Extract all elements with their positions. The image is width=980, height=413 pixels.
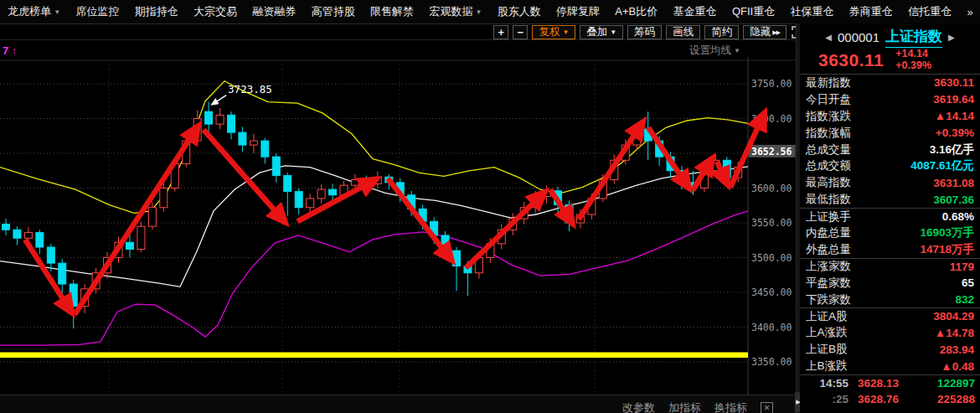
stat-value: 16903万手	[920, 225, 974, 240]
menu-item-停牌复牌[interactable]: 停牌复牌	[556, 4, 600, 19]
trend-arrow-annotation	[648, 127, 689, 188]
y-axis-tick-label: 3550.00	[751, 217, 792, 229]
candle-body	[3, 225, 10, 230]
stat-label: 下跌家数	[806, 292, 851, 307]
stat-value: 65	[962, 276, 974, 289]
stat-row-最低指数: 最低指数3607.36	[800, 191, 980, 208]
candle-body	[307, 199, 314, 208]
y-axis-tick-label: 3450.00	[751, 287, 792, 298]
menu-item-A+B比价[interactable]: A+B比价	[615, 4, 658, 19]
y-axis-tick-label: 3600.00	[751, 183, 792, 194]
candle-body	[13, 230, 21, 238]
candle-body	[284, 176, 291, 192]
price-change-percent: +0.39%	[895, 60, 931, 72]
stock-name-link[interactable]: 上证指数	[885, 27, 942, 48]
stat-value: 3631.08	[933, 177, 974, 189]
stat-label: 总成交额	[806, 158, 851, 173]
candle-body	[205, 111, 213, 124]
stat-value: 3619.64	[933, 93, 974, 106]
toolbar-button-简约[interactable]: 简约	[704, 25, 739, 39]
menu-item-限售解禁[interactable]: 限售解禁	[370, 4, 414, 19]
stat-value: 3630.11	[934, 76, 974, 89]
stat-value: 3804.29	[933, 310, 974, 323]
kline-chart-canvas[interactable]: 3750.003700.003650.003600.003550.003500.…	[0, 40, 796, 413]
tick-row: :253628.76225288	[800, 391, 980, 407]
menu-item-QFII重仓[interactable]: QFII重仓	[732, 4, 775, 19]
stat-row-指数涨幅: 指数涨幅+0.39%	[800, 125, 980, 142]
tick-volume: 122897	[908, 377, 975, 390]
menu-item-大宗交易[interactable]: 大宗交易	[193, 4, 237, 19]
zoom-in-button[interactable]: +	[493, 25, 508, 39]
stat-label: 指数涨跌	[806, 109, 851, 124]
menu-more-button[interactable]: »	[967, 6, 972, 18]
menu-item-券商重仓[interactable]: 券商重仓	[849, 4, 893, 19]
candle-body	[70, 284, 77, 307]
stat-value: 0.68%	[942, 210, 974, 223]
stat-label: 上涨家数	[806, 259, 851, 274]
stat-value: 283.94	[940, 343, 974, 356]
stat-label: 今日开盘	[806, 92, 851, 107]
menu-item-期指持仓[interactable]: 期指持仓	[135, 4, 178, 19]
menu-item-社保重仓[interactable]: 社保重仓	[790, 4, 833, 19]
zoom-out-button[interactable]: −	[513, 25, 528, 39]
stock-app-window: 龙虎榜单▼席位监控期指持仓大宗交易融资融券高管持股限售解禁宏观数据▼股东人数停牌…	[0, 0, 980, 413]
candle-body	[160, 188, 168, 208]
stat-row-最高指数: 最高指数3631.08	[800, 174, 980, 191]
stat-row-内盘总量: 内盘总量16903万手	[800, 225, 980, 241]
toolbar-button-复权[interactable]: 复权▼	[532, 25, 575, 39]
y-axis-tick-label: 3750.00	[751, 78, 792, 90]
drawn-support-line[interactable]	[0, 353, 748, 359]
menu-item-股东人数[interactable]: 股东人数	[498, 4, 541, 19]
y-axis-tick-label: 3350.00	[751, 356, 792, 368]
toolbar-button-画线[interactable]: 画线	[666, 25, 700, 39]
tick-time: :25	[805, 393, 848, 405]
stat-row-上证A股: 上证A股3804.29	[800, 307, 980, 324]
toolbar-button-隐藏[interactable]: 隐藏▶▶	[743, 25, 787, 39]
stat-row-最新指数: 最新指数3630.11	[800, 75, 980, 91]
menu-item-席位监控[interactable]: 席位监控	[75, 4, 119, 19]
switch-indicator-button[interactable]: 换指标	[714, 400, 747, 413]
kline-chart-area[interactable]: 7 ↑ 设置均线▼ 3750.003700.003650.003600.0035…	[0, 40, 796, 413]
tick-price: 3628.13	[848, 377, 908, 390]
prev-stock-button[interactable]: ◀	[825, 33, 832, 42]
y-axis-tick-label: 3400.00	[751, 322, 792, 333]
chevron-down-icon: ▼	[562, 28, 569, 36]
stock-info-panel: ◀ 000001 上证指数 ▶ 3630.11 +14.14 +0.39% 最新…	[800, 23, 980, 413]
stat-label: 上证A股	[806, 309, 848, 324]
peak-price-annotation: 3723.85	[228, 83, 272, 96]
stat-value: 4087.61亿元	[910, 158, 974, 173]
stat-value: +0.39%	[936, 126, 974, 139]
menu-item-宏观数据[interactable]: 宏观数据▼	[429, 4, 482, 19]
stat-row-上A涨跌: 上A涨跌▲14.78	[800, 324, 980, 341]
stat-label: 内盘总量	[806, 225, 851, 240]
chevron-down-icon: ▼	[475, 8, 482, 16]
close-icon[interactable]: ✕	[761, 402, 773, 413]
candle-body	[272, 157, 280, 175]
candle-body	[329, 189, 337, 195]
menu-item-高管持股[interactable]: 高管持股	[312, 4, 355, 19]
candle-body	[126, 242, 133, 249]
trend-arrow-annotation	[466, 192, 545, 268]
menu-item-信托重仓[interactable]: 信托重仓	[908, 4, 952, 19]
last-price: 3630.11	[818, 50, 884, 70]
toolbar-button-叠加[interactable]: 叠加▼	[580, 25, 623, 39]
change-params-button[interactable]: 改参数	[622, 400, 655, 413]
boll-band-line	[0, 81, 748, 214]
candle-body	[239, 132, 246, 145]
y-axis-tick-label: 3500.00	[751, 252, 792, 264]
stat-value: 3607.36	[933, 194, 974, 206]
menu-item-融资融券[interactable]: 融资融券	[252, 4, 296, 19]
add-indicator-button[interactable]: 加指标	[668, 400, 701, 413]
next-stock-button[interactable]: ▶	[948, 33, 955, 42]
stat-label: 上B涨跌	[806, 359, 848, 374]
stat-value: 832	[955, 293, 974, 306]
menu-item-龙虎榜单[interactable]: 龙虎榜单▼	[8, 4, 60, 19]
stat-label: 指数涨幅	[806, 126, 851, 141]
menu-item-基金重仓[interactable]: 基金重仓	[673, 4, 717, 19]
candle-body	[261, 141, 269, 157]
time-and-sales: 14:553628.13122897:253628.76225288	[800, 374, 980, 407]
stat-label: 最新指数	[806, 75, 851, 90]
candle-body	[148, 208, 156, 226]
toolbar-button-筹码[interactable]: 筹码	[627, 25, 662, 39]
tick-volume: 225288	[908, 393, 975, 405]
